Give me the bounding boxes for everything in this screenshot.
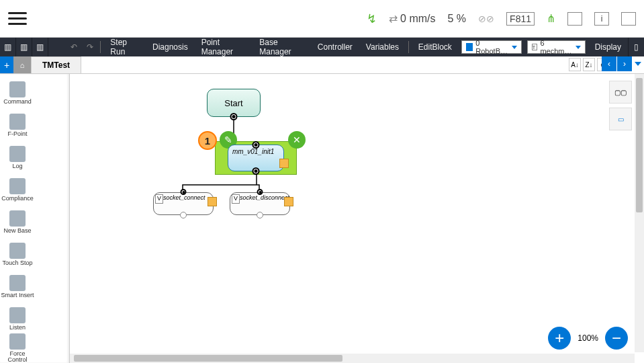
port-in[interactable]	[252, 141, 260, 149]
palette-label: Smart Insert	[1, 292, 34, 298]
palette-icon	[9, 275, 26, 291]
tab-tmtest[interactable]: TMTest	[31, 56, 81, 73]
palette-icon	[9, 307, 26, 323]
editblock-button[interactable]: EditBlock	[412, 42, 459, 52]
palette-icon	[9, 178, 26, 194]
file-save-icon[interactable]: ▥	[32, 38, 48, 56]
file-new-icon[interactable]: ▥	[0, 38, 16, 56]
port-in[interactable]	[181, 189, 187, 195]
tab-bar: + ⌂ TMTest A↓ Z↓ ⊕ ‹ ›	[0, 56, 644, 74]
step-badge: 1	[198, 131, 217, 150]
diagnosis-button[interactable]: Diagnosis	[146, 42, 195, 52]
redo-icon[interactable]: ↷	[82, 38, 98, 56]
display-button[interactable]: Display	[588, 42, 628, 52]
sort-za-icon[interactable]: Z↓	[583, 58, 595, 71]
collapse-icon[interactable]: ▯	[628, 38, 644, 56]
panel-icon-1[interactable]	[567, 12, 582, 26]
palette-label: Compliance	[1, 196, 34, 202]
palette-command[interactable]: Command	[0, 74, 35, 106]
palette-force-control[interactable]: Force Control	[0, 332, 35, 363]
status-bar: ↯ ⇄0 mm/s 5 % ⊘⊘ F811 ⋔ i	[367, 11, 636, 26]
link-icon: ⊘⊘	[478, 13, 494, 24]
zoom-out-button[interactable]: −	[605, 327, 628, 350]
node-mm-init[interactable]: 1 ✎ ✕ mm_v01_init1	[215, 141, 297, 175]
flow-canvas[interactable]: Start 1 ✎ ✕ mm_v01_init1 V socket_connec…	[70, 74, 644, 363]
palette-label: Touch Stop	[2, 260, 32, 266]
port-out[interactable]	[257, 212, 263, 218]
node-config-chip	[208, 197, 217, 206]
node-start[interactable]: Start	[207, 89, 261, 117]
port-out[interactable]	[230, 113, 238, 120]
tool-dropdown[interactable]: T6 mechm…	[527, 40, 586, 54]
palette-new-base[interactable]: New Base	[0, 203, 35, 235]
robot-dropdown[interactable]: 0 RobotB…	[461, 40, 522, 54]
palette-f-point[interactable]: F-Point	[0, 106, 35, 138]
file-open-icon[interactable]: ▥	[16, 38, 32, 56]
branch-icon[interactable]: ⋔	[547, 12, 555, 25]
scrollbar-vertical[interactable]	[635, 74, 644, 352]
node-config-chip	[279, 159, 289, 168]
zoom-level: 100%	[578, 333, 598, 343]
palette-touch-stop[interactable]: Touch Stop	[0, 235, 35, 268]
port-in[interactable]	[257, 189, 263, 195]
add-tab-button[interactable]: +	[0, 56, 13, 73]
palette-label: Command	[3, 99, 32, 105]
var-badge: V	[232, 194, 240, 204]
view-toggle[interactable]: ▭	[609, 108, 632, 130]
node-socket-disconnect[interactable]: V socket_disconnect	[230, 192, 290, 215]
zoom-in-button[interactable]: +	[548, 327, 571, 350]
palette-listen[interactable]: Listen	[0, 300, 35, 332]
zoom-control: + 100% −	[548, 327, 628, 350]
node-start-label: Start	[224, 98, 242, 108]
palette-label: Force Control	[0, 351, 35, 363]
palette-label: New Base	[3, 228, 31, 234]
port-out[interactable]	[180, 212, 187, 218]
nav-next-button[interactable]: ›	[617, 56, 632, 71]
speed-status: ⇄0 mm/s	[389, 12, 435, 25]
sort-az-icon[interactable]: A↓	[569, 58, 581, 71]
node-config-chip	[284, 197, 293, 206]
palette-icon	[9, 333, 26, 350]
port-out[interactable]	[252, 167, 260, 175]
undo-icon[interactable]: ↶	[66, 38, 82, 56]
palette-compliance[interactable]: Compliance	[0, 171, 35, 203]
delete-node-button[interactable]: ✕	[288, 131, 306, 149]
palette-log[interactable]: Log	[0, 138, 35, 171]
tab-dropdown[interactable]	[632, 56, 644, 71]
home-tab[interactable]: ⌂	[13, 56, 31, 73]
palette-label: Log	[12, 163, 22, 169]
menu-icon[interactable]	[8, 12, 27, 25]
palette-icon	[9, 146, 26, 162]
nav-prev-button[interactable]: ‹	[602, 56, 616, 71]
variables-button[interactable]: Variables	[359, 42, 406, 52]
point-manager-button[interactable]: Point Manager	[195, 38, 253, 56]
robot-status-icon: ↯	[367, 11, 377, 26]
palette-icon	[9, 210, 26, 227]
tool-palette: CommandF-PointLogComplianceNew BaseTouch…	[0, 74, 70, 363]
node-label: socket_connect	[163, 194, 205, 201]
node-label: socket_disconnect	[240, 194, 289, 201]
var-badge: V	[155, 194, 163, 204]
palette-smart-insert[interactable]: Smart Insert	[0, 268, 35, 300]
scrollbar-horizontal[interactable]	[70, 354, 635, 363]
palette-label: Listen	[9, 325, 26, 331]
base-manager-button[interactable]: Base Manager	[252, 38, 311, 56]
palette-icon	[9, 243, 26, 259]
fault-code: F811	[506, 12, 535, 26]
palette-label: F-Point	[7, 131, 27, 137]
controller-button[interactable]: Controller	[311, 42, 359, 52]
palette-icon	[9, 81, 26, 97]
power-status: 5 %	[448, 13, 467, 25]
menu-bar: ▥ ▥ ▥ ↶ ↷ Step Run Diagnosis Point Manag…	[0, 38, 644, 56]
node-label: mm_v01_init1	[232, 148, 274, 155]
minimap-toggle[interactable]: ▢▢	[609, 81, 632, 104]
info-icon[interactable]: i	[594, 12, 609, 26]
node-socket-connect[interactable]: V socket_connect	[153, 192, 214, 215]
panel-icon-2[interactable]	[621, 12, 636, 26]
step-run-button[interactable]: Step Run	[103, 38, 146, 56]
palette-icon	[9, 114, 26, 130]
